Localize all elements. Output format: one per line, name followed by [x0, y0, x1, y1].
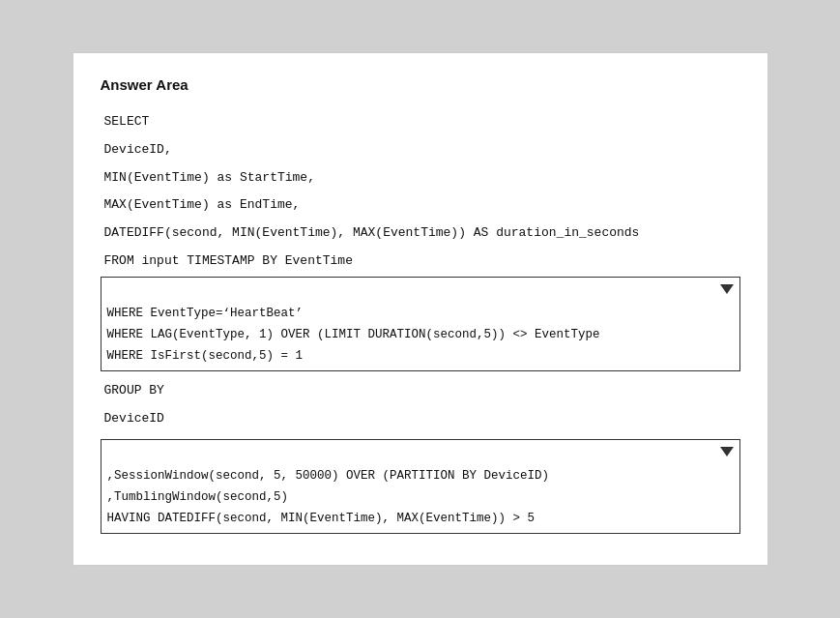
- answer-card: Answer Area SELECT DeviceID, MIN(EventTi…: [72, 52, 768, 566]
- code-line-group-by: GROUP BY: [101, 379, 740, 403]
- dropdown-1-option-1: WHERE EventType=‘HeartBeat’: [107, 303, 732, 324]
- code-line-max-event: MAX(EventTime) as EndTime,: [101, 193, 740, 218]
- dropdown-2[interactable]: ,SessionWindow(second, 5, 50000) OVER (P…: [101, 439, 740, 534]
- dropdown-2-options: ,SessionWindow(second, 5, 50000) OVER (P…: [101, 463, 739, 533]
- code-block-middle: GROUP BY DeviceID: [101, 375, 740, 434]
- code-block-top: SELECT DeviceID, MIN(EventTime) as Start…: [101, 110, 740, 273]
- code-line-select: SELECT: [101, 110, 740, 134]
- dropdown-1-option-3: WHERE IsFirst(second,5) = 1: [107, 345, 732, 367]
- answer-area-title: Answer Area: [101, 76, 740, 93]
- dropdown-1-options: WHERE EventType=‘HeartBeat’ WHERE LAG(Ev…: [101, 301, 739, 370]
- dropdown-2-option-3: HAVING DATEDIFF(second, MIN(EventTime), …: [107, 508, 732, 529]
- code-line-deviceid2: DeviceID: [101, 407, 740, 431]
- dropdown-1-arrow-icon: [720, 284, 734, 294]
- dropdown-1-header[interactable]: [101, 278, 739, 301]
- dropdown-2-arrow-icon: [720, 447, 734, 456]
- code-line-deviceid: DeviceID,: [101, 138, 740, 162]
- dropdown-1[interactable]: WHERE EventType=‘HeartBeat’ WHERE LAG(Ev…: [101, 277, 740, 371]
- dropdown-2-option-1: ,SessionWindow(second, 5, 50000) OVER (P…: [107, 465, 732, 486]
- dropdown-2-header[interactable]: [101, 440, 739, 463]
- dropdown-1-option-2: WHERE LAG(EventType, 1) OVER (LIMIT DURA…: [107, 324, 732, 345]
- code-line-from: FROM input TIMESTAMP BY EventTime: [101, 250, 740, 274]
- code-line-datediff: DATEDIFF(second, MIN(EventTime), MAX(Eve…: [101, 221, 740, 246]
- dropdown-2-option-2: ,TumblingWindow(second,5): [107, 486, 732, 508]
- code-line-min-event: MIN(EventTime) as StartTime,: [101, 166, 740, 191]
